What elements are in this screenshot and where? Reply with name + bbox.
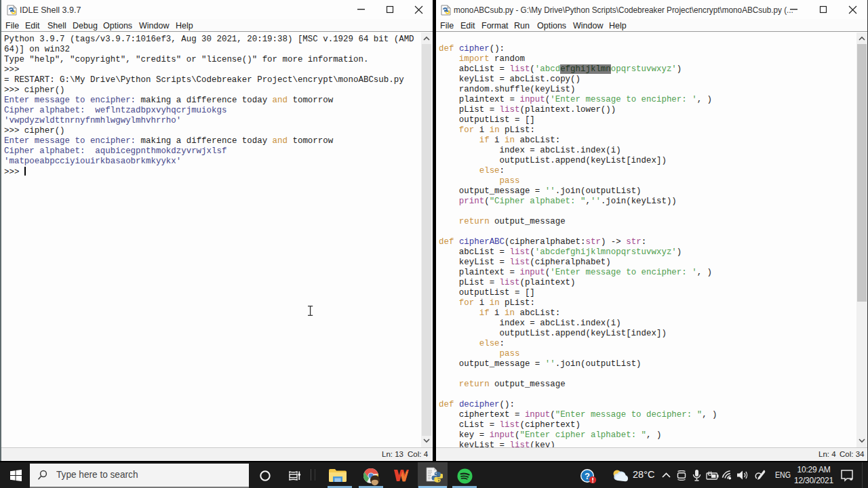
svg-text:?: ?	[585, 471, 590, 481]
